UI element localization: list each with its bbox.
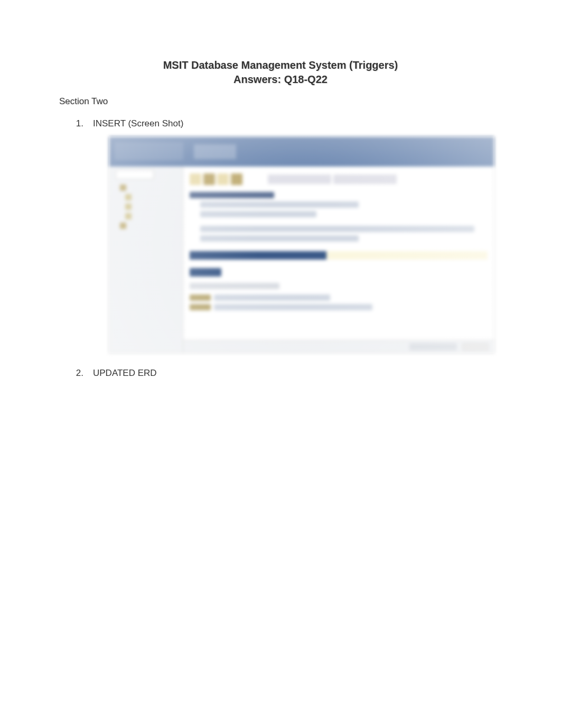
ordered-list: 1. INSERT (Screen Shot) [74, 118, 508, 379]
title-line-1: MSIT Database Management System (Trigger… [53, 58, 508, 72]
editor-toolbar [190, 172, 488, 187]
list-item-2: 2. UPDATED ERD [74, 368, 508, 379]
embedded-screenshot-wrap [109, 136, 494, 353]
embedded-screenshot [109, 136, 494, 353]
results-pane [190, 268, 488, 310]
document-title-block: MSIT Database Management System (Trigger… [53, 58, 508, 87]
toolbar-button [203, 173, 215, 185]
toolbar-button [217, 173, 229, 185]
screenshot-editor-pane [183, 167, 494, 353]
code-line [200, 226, 474, 232]
code-line [200, 235, 359, 242]
results-row [190, 304, 488, 310]
screenshot-sidebar [109, 167, 183, 353]
list-number: 2. [74, 368, 83, 379]
toolbar-button [190, 173, 201, 185]
tree-node [125, 213, 132, 219]
object-explorer-tree [120, 185, 141, 248]
toolbar-button [231, 173, 242, 185]
status-bar [183, 340, 494, 353]
tree-node [120, 223, 126, 229]
list-item-1: 1. INSERT (Screen Shot) [74, 118, 508, 129]
toolbar-dropdown [268, 174, 331, 184]
list-number: 1. [74, 118, 83, 129]
code-line [200, 201, 359, 208]
title-line-2: Answers: Q18-Q22 [53, 72, 508, 87]
results-row [190, 294, 488, 301]
sidebar-tab [116, 170, 154, 179]
code-line [190, 192, 274, 198]
screenshot-body [109, 167, 494, 353]
results-tab [190, 268, 221, 277]
list-text: UPDATED ERD [93, 368, 157, 379]
tree-node [120, 185, 126, 191]
status-text [409, 343, 457, 351]
results-message [190, 283, 279, 289]
section-label: Section Two [59, 96, 508, 107]
results-divider [190, 251, 488, 260]
tree-node [125, 194, 132, 200]
toolbar-dropdown [333, 174, 397, 184]
status-box [462, 343, 489, 351]
screenshot-titlebar [109, 137, 494, 167]
code-line [200, 211, 316, 217]
tree-node [125, 204, 132, 210]
list-text: INSERT (Screen Shot) [93, 118, 183, 129]
